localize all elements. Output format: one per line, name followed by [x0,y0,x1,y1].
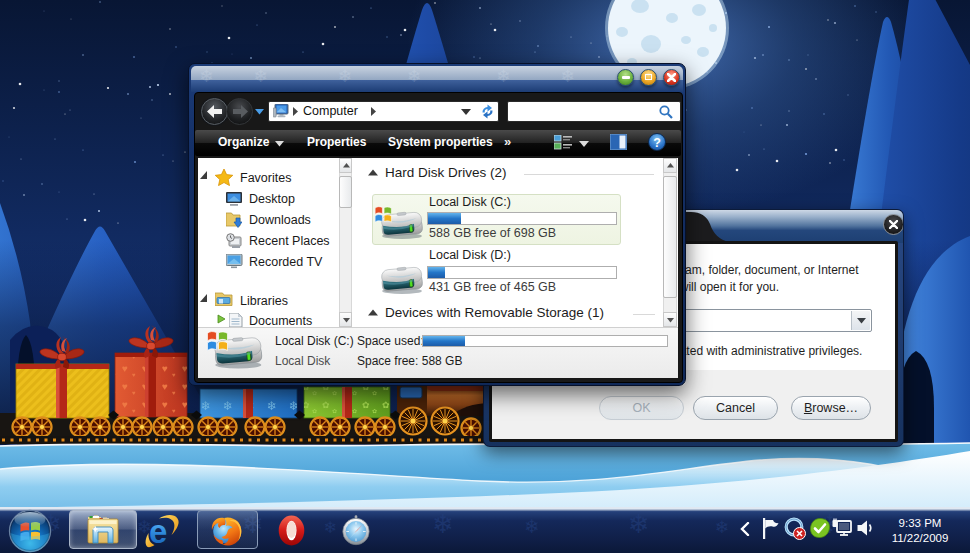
svg-text:e: e [149,514,167,548]
